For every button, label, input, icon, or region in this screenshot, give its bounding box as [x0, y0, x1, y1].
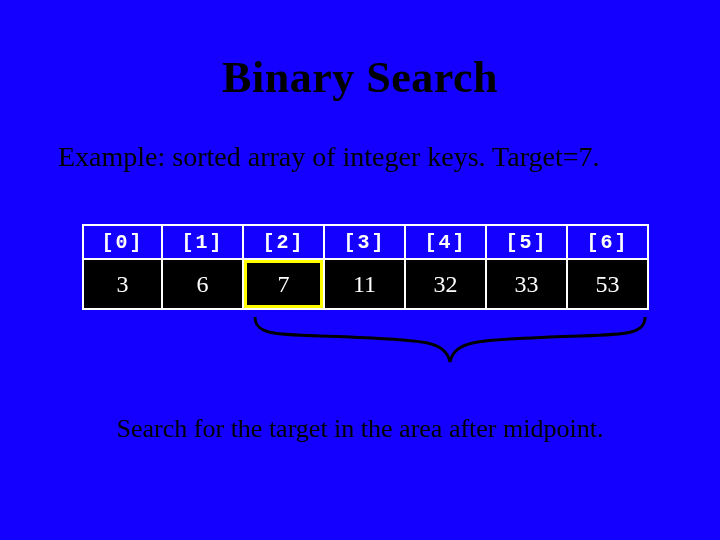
array-diagram: [0]3[1]6[2]7[3]11[4]32[5]33[6]53 [82, 224, 652, 310]
subtitle-text: Example: sorted array of integer keys. T… [0, 103, 720, 173]
array-column: [6]53 [568, 224, 649, 310]
array-value-cell: 32 [406, 260, 487, 310]
array-index-cell: [5] [487, 224, 568, 260]
array-index-cell: [0] [82, 224, 163, 260]
array-value-cell: 53 [568, 260, 649, 310]
brace-icon [250, 312, 650, 372]
array-value-cell: 11 [325, 260, 406, 310]
array-value-cell: 7 [244, 260, 325, 310]
array-value-cell: 33 [487, 260, 568, 310]
page-title: Binary Search [0, 0, 720, 103]
array-value-cell: 3 [82, 260, 163, 310]
array-column: [4]32 [406, 224, 487, 310]
array-index-cell: [3] [325, 224, 406, 260]
array-index-cell: [2] [244, 224, 325, 260]
array-index-cell: [4] [406, 224, 487, 260]
array-index-cell: [1] [163, 224, 244, 260]
array-value-cell: 6 [163, 260, 244, 310]
caption-text: Search for the target in the area after … [0, 414, 720, 444]
array-column: [5]33 [487, 224, 568, 310]
array-column: [0]3 [82, 224, 163, 310]
array-column: [2]7 [244, 224, 325, 310]
array-column: [1]6 [163, 224, 244, 310]
array-column: [3]11 [325, 224, 406, 310]
array-index-cell: [6] [568, 224, 649, 260]
